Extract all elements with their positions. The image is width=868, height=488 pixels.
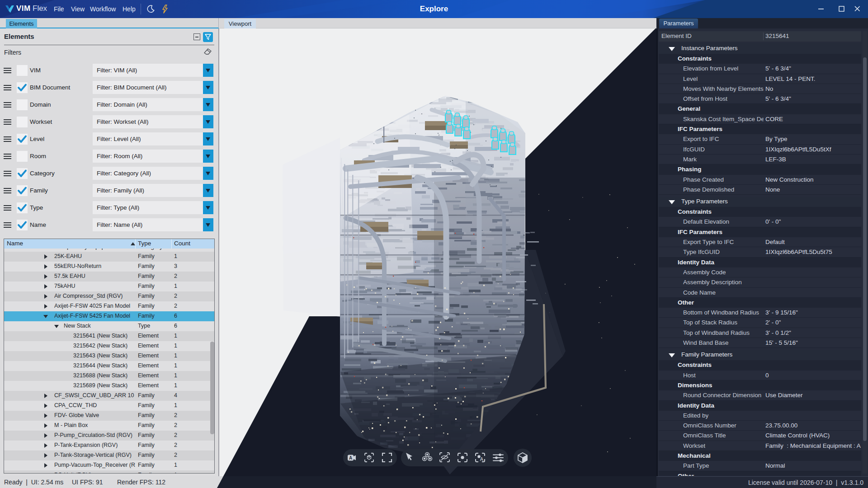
svg-text:A: A	[480, 456, 484, 462]
svg-text:A: A	[349, 455, 352, 460]
